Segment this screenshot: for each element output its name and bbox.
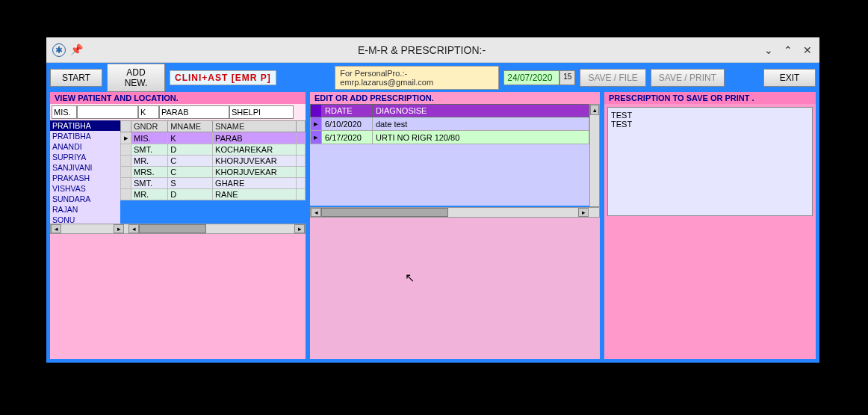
- scroll-right-icon-2[interactable]: ▸: [294, 224, 305, 233]
- minimize-button[interactable]: ⌄: [763, 44, 775, 56]
- list-item[interactable]: ANANDI: [50, 141, 120, 152]
- maximize-button[interactable]: ⌃: [782, 44, 794, 56]
- saveprint-button[interactable]: SAVE / PRINT: [651, 69, 725, 87]
- presc-vscroll[interactable]: ▴ ▾: [589, 104, 600, 218]
- pin-icon[interactable]: 📌: [70, 43, 81, 57]
- start-button[interactable]: START: [50, 69, 102, 87]
- table-row[interactable]: SMT.SGHARE: [121, 178, 306, 189]
- list-item[interactable]: SANJIVANI: [50, 162, 120, 173]
- titlebar: ✱ 📌 E-M-R & PRESCRIPTION:- ⌄ ⌃ ✕: [46, 37, 819, 63]
- title-input[interactable]: [52, 105, 77, 119]
- scroll-left-icon-3[interactable]: ◂: [311, 208, 321, 217]
- presc-hscroll[interactable]: ◂ ▸: [310, 207, 600, 218]
- patient-inputs: [50, 104, 306, 120]
- patient-grid[interactable]: GNDR MNAME SNAME ▸MIS.KPARABSMT.DKOCHARE…: [120, 120, 306, 200]
- col-diag[interactable]: DIAGNOSISE: [373, 105, 589, 117]
- scroll-thumb[interactable]: [139, 224, 206, 233]
- list-item[interactable]: PRATIBHA: [50, 131, 120, 141]
- col-gndr[interactable]: GNDR: [131, 121, 168, 132]
- list-item[interactable]: SUPRIYA: [50, 152, 120, 162]
- panel3-body: TESTTEST: [604, 104, 816, 359]
- presc-scroll-thumb[interactable]: [321, 208, 448, 217]
- mname-input[interactable]: [138, 105, 159, 119]
- table-row[interactable]: MR.CKHORJUVEKAR: [121, 156, 306, 167]
- scroll-up-icon[interactable]: ▴: [590, 105, 599, 115]
- toolbar: START ADD NEW. CLINI+AST [EMR P] For Per…: [50, 67, 816, 89]
- blank-input[interactable]: [77, 105, 138, 119]
- col-mname[interactable]: MNAME: [168, 121, 213, 132]
- savefile-button[interactable]: SAVE / FILE: [580, 69, 645, 87]
- close-button[interactable]: ✕: [802, 44, 813, 56]
- table-row[interactable]: SMT.DKOCHAREKAR: [121, 144, 306, 156]
- addnew-button[interactable]: ADD NEW.: [107, 64, 165, 92]
- app-window: ✱ 📌 E-M-R & PRESCRIPTION:- ⌄ ⌃ ✕ START A…: [46, 37, 819, 363]
- panel3-header: PRESCRIPTION TO SAVE OR PRINT .: [604, 92, 816, 104]
- patient-panel: VIEW PATIENT AND LOCATION. PRATIBHAPRATI…: [50, 92, 306, 359]
- output-textbox[interactable]: TESTTEST: [607, 107, 813, 216]
- panel2-body: [310, 218, 600, 359]
- date-field[interactable]: 24/07/2020: [503, 70, 559, 85]
- loc-input[interactable]: [229, 105, 294, 119]
- scroll-left-icon-2[interactable]: ◂: [128, 224, 139, 233]
- output-panel: PRESCRIPTION TO SAVE OR PRINT . TESTTEST: [604, 92, 816, 359]
- panel1-header: VIEW PATIENT AND LOCATION.: [50, 92, 306, 104]
- table-row[interactable]: ▸MIS.KPARAB: [121, 132, 306, 144]
- table-row[interactable]: MRS.CKHORJUVEKAR: [121, 167, 306, 178]
- prescription-grid[interactable]: RDATE DIAGNOSISE ▸6/10/2020date test▸6/1…: [310, 104, 589, 144]
- panel2-header: EDIT OR ADD PRESCRIPTION.: [310, 92, 600, 104]
- prescription-panel: EDIT OR ADD PRESCRIPTION. RDATE DIAGNOSI…: [310, 92, 600, 359]
- list-item[interactable]: VISHVAS: [50, 183, 120, 194]
- col-sname[interactable]: SNAME: [213, 121, 297, 132]
- scroll-right-icon[interactable]: ▸: [114, 224, 124, 233]
- list-item[interactable]: PRATIBHA: [50, 120, 120, 131]
- date-picker-button[interactable]: 15: [559, 70, 575, 85]
- brand-label: CLINI+AST [EMR P]: [170, 70, 276, 85]
- app-body: START ADD NEW. CLINI+AST [EMR P] For Per…: [46, 63, 819, 363]
- list-item[interactable]: RAJAN: [50, 204, 120, 215]
- name-list[interactable]: PRATIBHAPRATIBHAANANDISUPRIYASANJIVANIPR…: [50, 120, 120, 234]
- scroll-right-icon-3[interactable]: ▸: [578, 208, 589, 217]
- col-rdate[interactable]: RDATE: [322, 105, 373, 117]
- scroll-left-icon[interactable]: ◂: [51, 224, 61, 233]
- patient-grid-wrap: GNDR MNAME SNAME ▸MIS.KPARABSMT.DKOCHARE…: [120, 120, 306, 234]
- panel1-body: [50, 234, 306, 359]
- window-title: E-M-R & PRESCRIPTION:-: [81, 44, 763, 56]
- table-row[interactable]: ▸6/17/2020URTI NO RIGR 120/80: [311, 131, 589, 144]
- sname-input[interactable]: [159, 105, 229, 119]
- app-icon: ✱: [52, 43, 66, 57]
- exit-button[interactable]: EXIT: [763, 69, 816, 87]
- list-item[interactable]: PRAKASH: [50, 173, 120, 183]
- table-row[interactable]: MR.DRANE: [121, 189, 306, 200]
- patient-hscroll[interactable]: ◂ ▸ ◂ ▸: [50, 224, 306, 234]
- list-item[interactable]: SUNDARA: [50, 194, 120, 204]
- info-label: For PersonalPro.:-emrp.lazarus@gmail.com: [335, 66, 499, 90]
- table-row[interactable]: ▸6/10/2020date test: [311, 117, 589, 131]
